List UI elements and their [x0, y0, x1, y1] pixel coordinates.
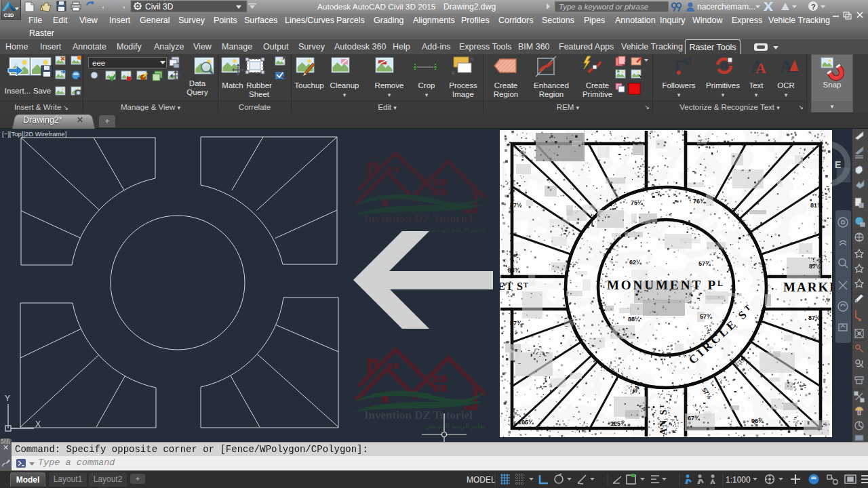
svg-text:87½: 87½	[510, 202, 522, 209]
svg-text:88¼: 88¼	[628, 316, 641, 323]
svg-text:A: A	[780, 57, 793, 77]
svg-text:MONUMENT PL: MONUMENT PL	[607, 278, 725, 292]
svg-text:MODEL: MODEL	[467, 475, 496, 485]
svg-text:81¼: 81¼	[810, 202, 823, 209]
svg-text:X: X	[35, 420, 41, 429]
svg-text:Type a keyword or phrase: Type a keyword or phrase	[559, 3, 648, 11]
svg-text:Drawing2.dwg: Drawing2.dwg	[443, 2, 496, 12]
svg-text:62¼: 62¼	[629, 259, 642, 266]
svg-text:87¼: 87¼	[809, 263, 822, 270]
svg-text:57¾: 57¾	[700, 313, 713, 320]
svg-text:Autodesk AutoCAD Civil 3D 2015: Autodesk AutoCAD Civil 3D 2015	[317, 2, 436, 12]
svg-text:[−][Top][2D Wireframe]: [−][Top][2D Wireframe]	[2, 130, 66, 138]
svg-text:A: A	[755, 60, 766, 77]
svg-text:Y: Y	[5, 394, 10, 403]
svg-text:75¼: 75¼	[631, 199, 644, 206]
svg-text:67¾: 67¾	[688, 415, 701, 422]
svg-text:1:1000: 1:1000	[726, 475, 751, 485]
svg-text:87¾: 87¾	[508, 267, 521, 274]
svg-text:C3D: C3D	[4, 12, 15, 18]
svg-text:تعليم الرسم الهندسي: تعليم الرسم الهندسي	[425, 226, 485, 234]
svg-text:105¾: 105¾	[518, 419, 534, 426]
svg-text:Invention DZ Tutoriel: Invention DZ Tutoriel	[364, 409, 473, 422]
svg-text:تعليم الرسم الهندسي: تعليم الرسم الهندسي	[425, 422, 485, 430]
svg-text:87¼: 87¼	[808, 314, 821, 321]
svg-text:MARKE: MARKE	[783, 280, 840, 294]
svg-text:nacerchemam...: nacerchemam...	[697, 2, 755, 12]
svg-text:Civil 3D: Civil 3D	[145, 2, 174, 12]
svg-text:?: ?	[811, 3, 816, 11]
svg-text:57¾: 57¾	[698, 260, 711, 267]
svg-text:Invention DZ Tutoriel: Invention DZ Tutoriel	[364, 212, 473, 225]
